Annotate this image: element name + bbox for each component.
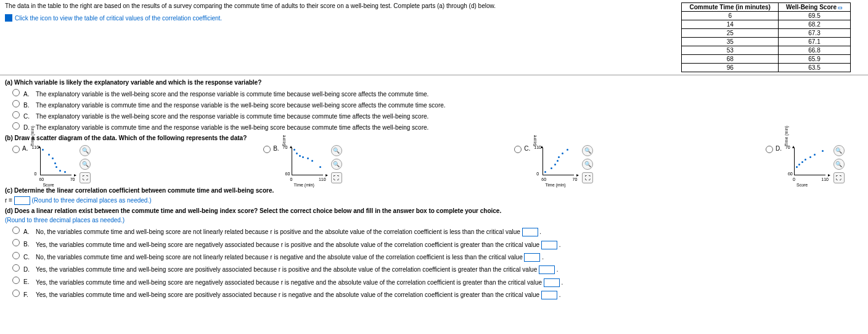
- radio-a-D[interactable]: [12, 122, 20, 130]
- opt-text: No, the variables commute time and well-…: [36, 254, 523, 261]
- opt-text: The explanatory variable is the well-bei…: [36, 113, 428, 120]
- expand-icon[interactable]: ⛶: [582, 172, 593, 183]
- table-row: 669.5: [682, 12, 851, 20]
- radio-a-C[interactable]: [12, 111, 20, 119]
- opt-text: Yes, the variables commute time and well…: [36, 291, 539, 298]
- opt-text: The explanatory variable is the well-bei…: [36, 91, 428, 98]
- radio-b-A[interactable]: [12, 146, 20, 153]
- scatter-plot-C: 110 0 ▴▸ 6070 Time (min) Score: [533, 145, 576, 181]
- table-row: 6865.9: [682, 55, 851, 64]
- radio-d-D[interactable]: [12, 264, 20, 272]
- radio-d-E[interactable]: [12, 277, 20, 284]
- question-d: (d) Does a linear relation exist between…: [5, 207, 863, 214]
- arrow-icon: ▴: [38, 144, 41, 149]
- critical-values-link[interactable]: Click the icon to view the table of crit…: [5, 14, 681, 22]
- question-c: (c) Determine the linear correlation coe…: [5, 187, 863, 194]
- link-label: Click the icon to view the table of crit…: [15, 15, 222, 22]
- expand-icon[interactable]: ⛶: [80, 172, 91, 183]
- opt-text: Yes, the variables commute time and well…: [36, 278, 542, 285]
- opt-text: Yes, the variables commute time and well…: [36, 241, 539, 248]
- opt-text: Yes, the variables commute time and well…: [36, 266, 537, 273]
- hint-text: (Round to three decimal places as needed…: [32, 197, 152, 204]
- crit-input-B[interactable]: [541, 241, 557, 249]
- radio-d-C[interactable]: [12, 252, 20, 259]
- table-row: 2567.3: [682, 29, 851, 38]
- table-row: 3567.1: [682, 38, 851, 46]
- scatter-plot-A: 110 0 ▴▸ 6070 Score Time (min): [30, 145, 73, 181]
- scatter-plot-B: 70 60 ▴▸ 0110 Time (min) Score: [282, 145, 325, 181]
- radio-d-B[interactable]: [12, 239, 20, 246]
- radio-b-B[interactable]: [263, 146, 271, 153]
- question-a: (a) Which variable is likely the explana…: [5, 79, 863, 86]
- arrow-icon: ▴: [792, 144, 795, 149]
- radio-b-C[interactable]: [514, 146, 522, 153]
- table-row: 9663.5: [682, 64, 851, 72]
- sort-icon[interactable]: ▭: [838, 5, 843, 10]
- crit-input-E[interactable]: [544, 278, 560, 287]
- table-row: 5366.8: [682, 46, 851, 55]
- opt-text: The explanatory variable is commute time…: [36, 124, 428, 131]
- question-b: (b) Draw a scatter diagram of the data. …: [5, 135, 863, 141]
- zoom-out-icon[interactable]: 🔍: [582, 159, 593, 170]
- header-section: The data in the table to the right are b…: [0, 0, 868, 75]
- opt-text: The explanatory variable is commute time…: [36, 102, 446, 109]
- opt-text: No, the variables commute time and well-…: [36, 228, 520, 235]
- r-input[interactable]: [14, 196, 30, 205]
- crit-input-F[interactable]: [541, 291, 557, 299]
- table-row: 1468.2: [682, 20, 851, 29]
- zoom-in-icon[interactable]: 🔍: [331, 145, 342, 156]
- arrow-icon: ▴: [541, 144, 543, 149]
- zoom-in-icon[interactable]: 🔍: [582, 145, 593, 156]
- zoom-in-icon[interactable]: 🔍: [80, 145, 91, 156]
- radio-d-A[interactable]: [12, 227, 20, 234]
- table-icon: [5, 14, 12, 22]
- data-table: Commute Time (in minutes)Well-Being Scor…: [681, 2, 851, 72]
- zoom-out-icon[interactable]: 🔍: [331, 159, 342, 170]
- crit-input-D[interactable]: [539, 265, 555, 274]
- radio-a-A[interactable]: [12, 89, 20, 96]
- hint-text: (Round to three decimal places as needed…: [5, 217, 863, 223]
- crit-input-C[interactable]: [524, 253, 540, 262]
- arrow-icon: ▴: [290, 144, 292, 149]
- col-commute: Commute Time (in minutes): [682, 3, 779, 12]
- intro-text: The data in the table to the right are b…: [5, 2, 681, 9]
- r-label: r =: [5, 197, 14, 204]
- zoom-out-icon[interactable]: 🔍: [833, 159, 845, 170]
- crit-input-A[interactable]: [522, 228, 538, 236]
- expand-icon[interactable]: ⛶: [331, 172, 342, 183]
- zoom-out-icon[interactable]: 🔍: [80, 159, 91, 170]
- scatter-plot-D: 70 60 ▴▸ 0110 Score Time (min): [784, 145, 827, 181]
- radio-a-B[interactable]: [12, 100, 20, 107]
- radio-b-D[interactable]: [766, 146, 773, 153]
- col-wellbeing: Well-Being Score▭: [778, 3, 850, 12]
- expand-icon[interactable]: ⛶: [833, 172, 845, 183]
- radio-d-F[interactable]: [12, 290, 20, 297]
- zoom-in-icon[interactable]: 🔍: [833, 145, 845, 156]
